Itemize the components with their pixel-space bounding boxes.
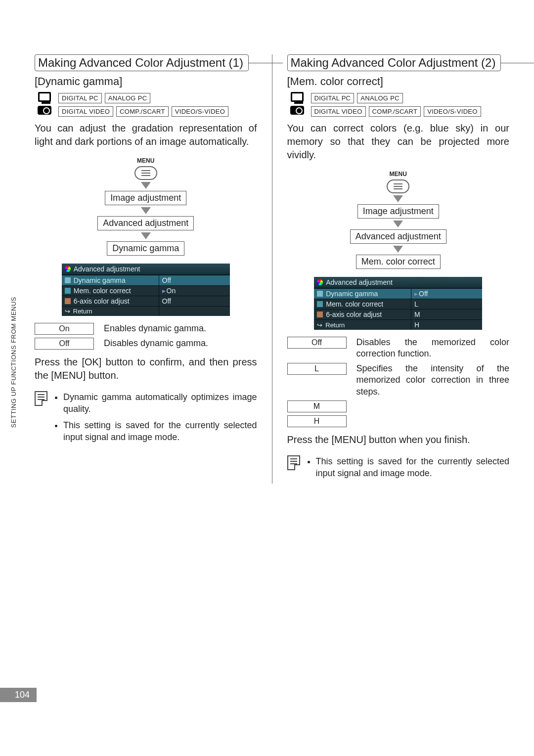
arrow-down-icon bbox=[141, 207, 151, 214]
arrow-down-icon bbox=[141, 182, 151, 189]
osd-return: Return bbox=[325, 321, 345, 329]
page-number: 104 bbox=[0, 688, 37, 702]
arrow-down-icon bbox=[141, 232, 151, 239]
note-item: This setting is saved for the currently … bbox=[63, 419, 257, 444]
option-m-label: M bbox=[287, 400, 347, 412]
note-icon bbox=[35, 391, 47, 406]
badge-video-svideo: VIDEO/S-VIDEO bbox=[172, 106, 228, 117]
flow-step-final: Mem. color correct bbox=[356, 255, 441, 269]
option-l-label: L bbox=[287, 363, 347, 375]
osd-row-label: 6-axis color adjust bbox=[74, 297, 130, 305]
osd-item-icon bbox=[65, 288, 71, 294]
badge-analog-pc: ANALOG PC bbox=[357, 93, 403, 103]
menu-flow-right: MENU Image adjustment Advanced adjustmen… bbox=[287, 171, 510, 269]
badge-digital-video: DIGITAL VIDEO bbox=[311, 106, 366, 117]
osd-row-label: Mem. color correct bbox=[74, 287, 131, 295]
player-icon bbox=[290, 106, 304, 115]
flow-step: Image adjustment bbox=[105, 191, 186, 205]
option-off-desc: Disables the memorized color correction … bbox=[356, 337, 510, 360]
osd-row-label: Dynamic gamma bbox=[326, 290, 378, 298]
osd-item-icon bbox=[65, 277, 71, 283]
flow-step: Advanced adjustment bbox=[350, 229, 446, 244]
option-on-label: On bbox=[35, 323, 94, 335]
left-column: Making Advanced Color Adjustment (1) [Dy… bbox=[35, 54, 257, 484]
menu-flow-left: MENU Image adjustment Advanced adjustmen… bbox=[35, 157, 257, 256]
osd-title: Advanced adjustment bbox=[326, 278, 393, 286]
flow-step: Image adjustment bbox=[357, 204, 439, 219]
flow-step-final: Dynamic gamma bbox=[107, 241, 184, 256]
monitor-icon bbox=[291, 92, 304, 102]
color-wheel-icon bbox=[65, 266, 71, 272]
menu-button-icon bbox=[387, 179, 409, 193]
osd-return: Return bbox=[73, 308, 92, 315]
after-text-right: Press the [MENU] button when you finish. bbox=[287, 433, 510, 446]
intro-text-left: You can adjust the gradation representat… bbox=[35, 122, 257, 148]
osd-item-icon bbox=[65, 298, 71, 304]
menu-label: MENU bbox=[390, 171, 407, 178]
osd-row-value: Off bbox=[162, 297, 171, 305]
menu-button-icon bbox=[134, 166, 157, 180]
caret-icon: ▸ bbox=[414, 290, 418, 298]
option-on-desc: Enables dynamic gamma. bbox=[104, 323, 257, 334]
section-title-left: Making Advanced Color Adjustment (1) bbox=[35, 54, 249, 71]
osd-row-value: H bbox=[414, 321, 419, 329]
osd-panel-right: Advanced adjustment Dynamic gamma▸Off Me… bbox=[314, 277, 482, 330]
column-divider bbox=[272, 54, 272, 484]
badge-digital-video: DIGITAL VIDEO bbox=[58, 106, 113, 117]
note-item: Dynamic gamma automatically optimizes im… bbox=[63, 391, 257, 415]
section-subhead-left: [Dynamic gamma] bbox=[35, 75, 257, 88]
badge-digital-pc: DIGITAL PC bbox=[311, 93, 355, 103]
after-text-left: Press the [OK] button to confirm, and th… bbox=[35, 356, 257, 382]
note-list-right: This setting is saved for the currently … bbox=[307, 455, 510, 484]
option-off-desc: Disables dynamic gamma. bbox=[104, 338, 257, 349]
flow-step: Advanced adjustment bbox=[97, 216, 194, 230]
osd-row-value: M bbox=[414, 311, 420, 318]
return-icon: ↪ bbox=[317, 321, 322, 329]
player-icon bbox=[38, 106, 51, 115]
intro-text-right: You can correct colors (e.g. blue sky) i… bbox=[287, 122, 510, 162]
monitor-icon bbox=[38, 92, 51, 102]
menu-label: MENU bbox=[137, 157, 154, 164]
note-list-left: Dynamic gamma automatically optimizes im… bbox=[54, 391, 257, 447]
osd-row-value: Off bbox=[419, 290, 428, 298]
right-column: Making Advanced Color Adjustment (2) [Me… bbox=[287, 54, 510, 484]
badge-analog-pc: ANALOG PC bbox=[105, 93, 151, 103]
section-subhead-right: [Mem. color correct] bbox=[287, 75, 510, 88]
option-h-label: H bbox=[287, 415, 347, 427]
note-item: This setting is saved for the currently … bbox=[316, 455, 510, 480]
osd-row-value: On bbox=[167, 287, 176, 295]
osd-item-icon bbox=[317, 291, 323, 297]
osd-row-label: 6-axis color adjust bbox=[326, 311, 382, 318]
osd-item-icon bbox=[317, 301, 323, 307]
osd-item-icon bbox=[317, 311, 323, 317]
osd-row-label: Dynamic gamma bbox=[74, 276, 126, 284]
option-l-desc: Specifies the intensity of the memorized… bbox=[356, 363, 510, 398]
osd-row-value: L bbox=[414, 300, 418, 308]
badge-digital-pc: DIGITAL PC bbox=[58, 93, 102, 103]
arrow-down-icon bbox=[393, 195, 403, 202]
osd-row-value: Off bbox=[162, 276, 171, 284]
osd-title: Advanced adjustment bbox=[74, 265, 140, 273]
osd-row-label: Mem. color correct bbox=[326, 300, 383, 308]
badge-video-svideo: VIDEO/S-VIDEO bbox=[424, 106, 481, 117]
arrow-down-icon bbox=[393, 221, 403, 227]
badge-comp-scart: COMP./SCART bbox=[116, 106, 169, 117]
osd-panel-left: Advanced adjustment Dynamic gammaOff Mem… bbox=[62, 264, 230, 316]
return-icon: ↪ bbox=[65, 308, 70, 315]
option-off-label: Off bbox=[35, 338, 94, 350]
color-wheel-icon bbox=[317, 279, 323, 285]
note-icon bbox=[287, 455, 300, 470]
option-off-label: Off bbox=[287, 337, 347, 349]
caret-icon: ▸ bbox=[162, 287, 166, 295]
section-title-right: Making Advanced Color Adjustment (2) bbox=[287, 54, 501, 71]
side-tab: SETTING UP FUNCTIONS FROM MENUS bbox=[10, 297, 17, 428]
badge-comp-scart: COMP./SCART bbox=[369, 106, 421, 117]
arrow-down-icon bbox=[393, 246, 403, 253]
